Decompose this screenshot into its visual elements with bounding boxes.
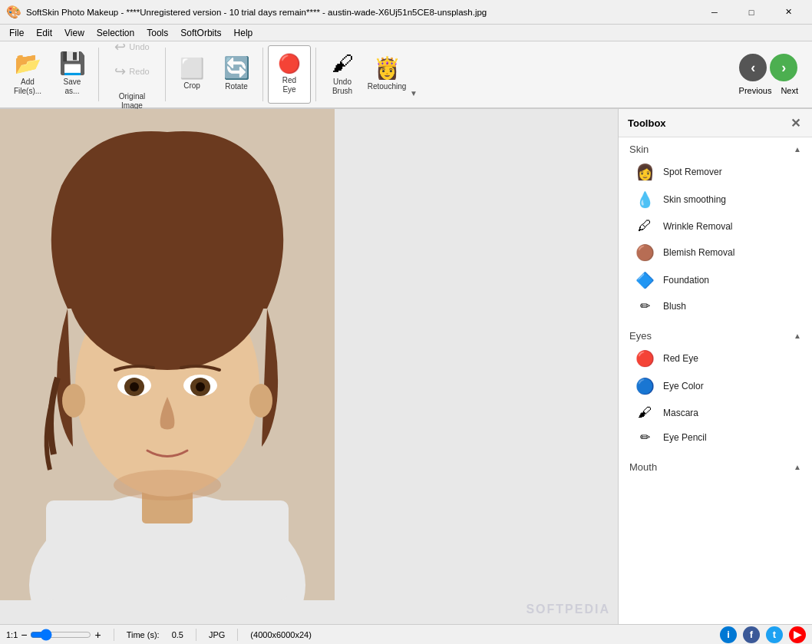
skin-smoothing-icon: 💧 [634,190,655,209]
status-sep-2 [196,629,196,641]
toolbox-divider-1 [619,318,812,324]
spot-remover-icon: 👩 [634,163,655,181]
toolbox-divider-2 [619,449,812,455]
toolbox-header: Toolbox ✕ [619,109,812,137]
foundation-icon: 🔷 [634,271,655,289]
svg-point-13 [249,384,272,418]
previous-label: Previous [739,86,772,95]
statusbar: 1:1 − + Time (s): 0.5 JPG (4000x6000x24)… [0,624,812,644]
red-eye-label: RedEye [282,76,296,94]
save-as-icon: 💾 [59,53,86,74]
blemish-removal-icon: 🟤 [634,243,655,262]
add-files-label: AddFile(s)... [14,78,41,96]
zoom-plus-icon[interactable]: + [94,629,101,641]
crop-label: Crop [183,81,200,91]
svg-point-12 [62,384,85,418]
crop-button[interactable]: ⬜ Crop [170,45,213,104]
rotate-label: Rotate [225,82,247,91]
toolbox-item-spot-remover[interactable]: 👩 Spot Remover [619,158,812,186]
status-right: i f t ▶ [720,626,806,643]
eye-pencil-label: Eye Pencil [663,432,707,443]
toolbox-item-foundation[interactable]: 🔷 Foundation [619,266,812,294]
retouching-button[interactable]: 👸 Retouching [365,45,408,104]
photo-canvas [0,109,335,600]
add-files-button[interactable]: 📂 AddFile(s)... [6,45,49,104]
rotate-button[interactable]: 🔄 Rotate [215,45,258,104]
undo-label: Undo [129,42,149,51]
menu-softorbits[interactable]: SoftOrbits [174,26,227,40]
watermark: SOFTPEDIA [526,603,610,616]
skin-section-arrow: ▲ [794,145,801,154]
skin-smoothing-label: Skin smoothing [663,194,726,205]
zoom-control: 1:1 − + [6,629,101,641]
minimize-button[interactable]: ─ [697,0,732,25]
undo-button[interactable]: ↩ Undo [109,35,154,58]
menu-view[interactable]: View [58,26,91,40]
crop-icon: ⬜ [180,58,204,78]
toolbox-title: Toolbox [628,117,666,129]
red-eye-tool-label: Red Eye [663,353,698,364]
undo-brush-button[interactable]: 🖌 UndoBrush [321,45,364,104]
toolbar: 📂 AddFile(s)... 💾 Saveas... ↩ Undo ↪ Red… [0,41,812,109]
titlebar: 🎨 SoftSkin Photo Makeup - ****Unregister… [0,0,812,25]
redo-icon: ↪ [114,63,126,80]
blush-icon: ✏ [634,299,655,313]
mascara-icon: 🖌 [634,405,655,421]
rotate-icon: 🔄 [223,58,250,79]
sep-3 [262,48,263,101]
youtube-button[interactable]: ▶ [789,626,806,643]
info-button[interactable]: i [720,626,737,643]
menu-help[interactable]: Help [228,26,259,40]
toolbox-item-eye-color[interactable]: 🔵 Eye Color [619,372,812,400]
toolbox-item-blush[interactable]: ✏ Blush [619,294,812,318]
toolbox-item-blemish-removal[interactable]: 🟤 Blemish Removal [619,239,812,266]
toolbox-item-eye-pencil[interactable]: ✏ Eye Pencil [619,425,812,449]
toolbox-item-skin-smoothing[interactable]: 💧 Skin smoothing [619,186,812,213]
previous-button[interactable]: ‹ [739,54,767,81]
twitter-button[interactable]: t [766,626,783,643]
zoom-label: 1:1 [6,630,18,639]
zoom-minus-icon[interactable]: − [21,629,27,641]
red-eye-button[interactable]: 🔴 RedEye [268,45,311,104]
eyes-section-label: Eyes [629,330,652,342]
image-area[interactable]: SOFTPEDIA [0,109,618,624]
menu-edit[interactable]: Edit [30,26,58,40]
wrinkle-removal-icon: 🖊 [634,218,655,234]
maximize-button[interactable]: □ [734,0,769,25]
svg-point-11 [196,382,205,391]
blush-label: Blush [663,301,686,312]
menu-file[interactable]: File [3,26,30,40]
next-button[interactable]: › [770,54,797,81]
format-label: JPG [209,630,225,639]
sep-2 [165,48,166,101]
mouth-section-arrow: ▲ [794,463,801,471]
blemish-removal-label: Blemish Removal [663,247,734,258]
next-label: Next [781,86,798,95]
undo-redo-group: ↩ Undo ↪ Redo [109,35,154,83]
toolbox-item-mascara[interactable]: 🖌 Mascara [619,400,812,425]
mouth-section-header[interactable]: Mouth ▲ [619,455,812,476]
toolbox-close-button[interactable]: ✕ [787,115,803,130]
close-button[interactable]: ✕ [771,0,806,25]
dims-label: (4000x6000x24) [250,630,312,639]
main-area: SOFTPEDIA Toolbox ✕ Skin ▲ 👩 Spot Remove… [0,109,812,624]
toolbox-item-red-eye[interactable]: 🔴 Red Eye [619,345,812,372]
save-as-label: Saveas... [64,78,81,96]
toolbar-dropdown-arrow[interactable]: ▼ [410,89,418,97]
facebook-button[interactable]: f [743,626,760,643]
time-label: Time (s): [127,630,160,639]
redo-button[interactable]: ↪ Redo [109,60,154,83]
mascara-label: Mascara [663,408,698,418]
mouth-section-label: Mouth [629,461,657,473]
skin-section-header[interactable]: Skin ▲ [619,137,812,158]
spot-remover-label: Spot Remover [663,167,722,177]
prev-next-group: ‹ › Previous Next [739,54,806,95]
zoom-slider[interactable] [30,629,91,641]
eyes-section-header[interactable]: Eyes ▲ [619,324,812,345]
status-sep-1 [114,629,114,641]
wrinkle-removal-label: Wrinkle Removal [663,221,732,232]
save-as-button[interactable]: 💾 Saveas... [51,45,94,104]
app-icon: 🎨 [6,5,21,19]
toolbox-item-wrinkle-removal[interactable]: 🖊 Wrinkle Removal [619,213,812,239]
eye-pencil-icon: ✏ [634,430,655,444]
